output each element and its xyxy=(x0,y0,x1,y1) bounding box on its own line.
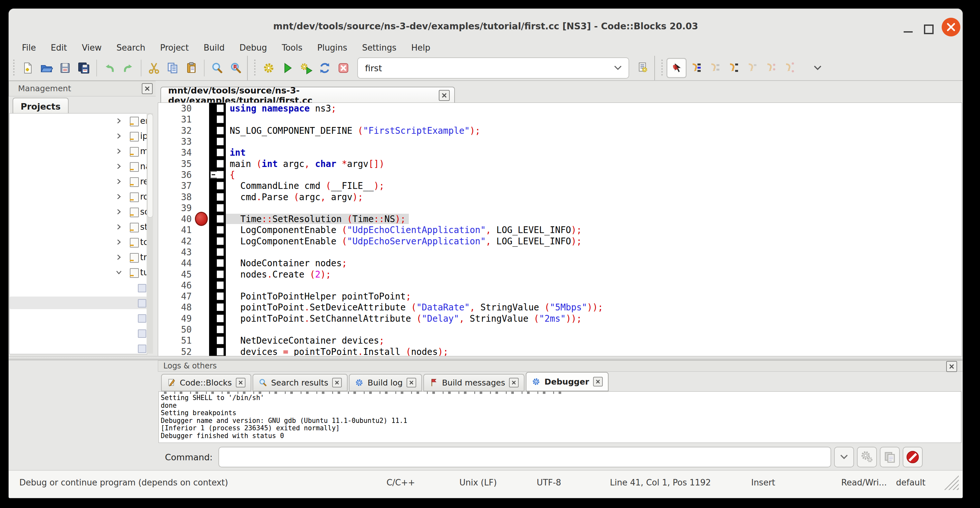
code-line-41[interactable]: 41 LogComponentEnable ("UdpEchoClientApp… xyxy=(158,225,962,235)
menu-plugins[interactable]: Plugins xyxy=(310,43,355,53)
command-input[interactable] xyxy=(218,447,831,467)
code-line-33[interactable]: 33 xyxy=(158,136,962,147)
minimize-button[interactable] xyxy=(901,22,915,36)
breakpoint-margin[interactable] xyxy=(194,225,209,235)
tree-expander-icon[interactable] xyxy=(115,238,123,246)
tab-projects[interactable]: Projects xyxy=(13,98,68,115)
run-to-cursor-button[interactable] xyxy=(687,59,705,77)
replace-button[interactable]: R xyxy=(226,59,245,77)
editor-tab-first-cc[interactable]: mnt/dev/tools/source/ns-3-dev/examples/t… xyxy=(161,87,455,103)
debugger-settings-button[interactable] xyxy=(857,447,877,467)
menu-search[interactable]: Search xyxy=(109,43,153,53)
titlebar[interactable]: mnt/dev/tools/source/ns-3-dev/examples/t… xyxy=(9,9,963,38)
toolbar-overflow-button[interactable] xyxy=(808,59,827,77)
code-line-42[interactable]: 42 LogComponentEnable ("UdpEchoServerApp… xyxy=(158,236,962,247)
breakpoint-margin[interactable] xyxy=(194,291,209,302)
code-line-30[interactable]: 30using namespace ns3; xyxy=(158,103,962,114)
code-line-44[interactable]: 44 NodeContainer nodes; xyxy=(158,258,962,269)
code-line-43[interactable]: 43 xyxy=(158,247,962,258)
tree-item-stat[interactable]: stat xyxy=(10,220,147,235)
tree-item-se[interactable]: se xyxy=(10,341,147,354)
step-into-button[interactable] xyxy=(724,59,743,77)
tree-expander-icon[interactable] xyxy=(115,117,123,125)
tree-expander-icon[interactable] xyxy=(115,177,123,186)
fold-box-icon[interactable] xyxy=(210,171,218,178)
editor-tab-close-button[interactable] xyxy=(439,90,450,101)
code-line-37[interactable]: 37 CommandLine cmd (__FILE__); xyxy=(158,180,962,191)
code-line-48[interactable]: 48 pointToPoint.SetDeviceAttribute ("Dat… xyxy=(158,302,962,313)
copy-log-button[interactable] xyxy=(880,447,900,467)
logs-tab-close-button[interactable] xyxy=(407,378,416,387)
code-line-38[interactable]: 38 cmd.Parse (argc, argv); xyxy=(158,191,962,202)
logs-tab-close-button[interactable] xyxy=(593,377,603,387)
toolbar-grip[interactable] xyxy=(254,60,257,76)
tree-item-rout[interactable]: rout xyxy=(10,189,147,204)
logs-splitter[interactable] xyxy=(9,356,963,360)
breakpoint-margin[interactable] xyxy=(194,213,209,225)
debugger-output[interactable]: Setting SHELL to '/bin/sh'doneSetting br… xyxy=(159,391,961,443)
tree-item-sock[interactable]: sock xyxy=(10,204,147,220)
maximize-button[interactable] xyxy=(921,22,935,36)
menu-file[interactable]: File xyxy=(14,43,43,53)
build-target-combobox[interactable]: first xyxy=(357,57,629,79)
tree-item-fif[interactable]: fif xyxy=(10,280,147,295)
code-line-52[interactable]: 52 devices = pointToPoint.Install (nodes… xyxy=(158,346,962,356)
menu-settings[interactable]: Settings xyxy=(355,43,404,53)
tree-item-fo[interactable]: fo xyxy=(10,311,147,326)
code-line-40[interactable]: 40 Time::SetResolution (Time::NS); xyxy=(158,213,962,225)
breakpoint-margin[interactable] xyxy=(194,147,209,158)
menu-edit[interactable]: Edit xyxy=(43,43,75,53)
open-file-button[interactable] xyxy=(37,59,56,77)
cut-button[interactable] xyxy=(145,59,163,77)
next-line-button[interactable] xyxy=(705,59,724,77)
breakpoint-icon[interactable] xyxy=(195,212,208,226)
logs-close-button[interactable] xyxy=(946,361,957,372)
tree-item-reall[interactable]: reall xyxy=(10,174,147,189)
code-line-49[interactable]: 49 pointToPoint.SetChannelAttribute ("De… xyxy=(158,313,962,324)
run-button[interactable] xyxy=(278,59,297,77)
breakpoint-margin[interactable] xyxy=(194,247,209,258)
logs-tab-close-button[interactable] xyxy=(236,378,245,387)
tree-item-nam[interactable]: nam xyxy=(10,159,147,174)
logs-tab-close-button[interactable] xyxy=(509,378,519,387)
new-file-button[interactable] xyxy=(18,59,37,77)
logs-tab-build-messages[interactable]: Build messages xyxy=(423,374,525,391)
debug-continue-button[interactable] xyxy=(667,58,687,78)
toolbar-grip[interactable] xyxy=(13,60,16,76)
breakpoint-margin[interactable] xyxy=(194,103,209,114)
paste-button[interactable] xyxy=(182,59,201,77)
code-line-35[interactable]: 35main (int argc, char *argv[]) xyxy=(158,158,962,169)
abort-button[interactable] xyxy=(334,59,353,77)
stop-debugger-button[interactable] xyxy=(903,447,923,467)
breakpoint-margin[interactable] xyxy=(194,191,209,202)
tree-item-fir[interactable]: fir xyxy=(10,295,147,311)
logs-tab-debugger[interactable]: Debugger xyxy=(526,372,608,391)
tree-item-ipv6[interactable]: ipv6 xyxy=(10,129,147,144)
breakpoint-margin[interactable] xyxy=(194,335,209,346)
panel-splitter[interactable] xyxy=(156,81,158,356)
save-button[interactable] xyxy=(56,59,75,77)
compile-button[interactable] xyxy=(259,59,278,77)
redo-button[interactable] xyxy=(119,59,138,77)
management-close-button[interactable] xyxy=(142,83,153,94)
tree-item-erro[interactable]: erro xyxy=(10,113,147,129)
resize-grip[interactable] xyxy=(944,475,959,490)
menu-build[interactable]: Build xyxy=(196,43,232,53)
tree-item-mat[interactable]: mat xyxy=(10,144,147,159)
code-line-47[interactable]: 47 PointToPointHelper pointToPoint; xyxy=(158,291,962,302)
logs-tab-code-blocks[interactable]: Code::Blocks xyxy=(161,374,251,391)
step-out-button[interactable] xyxy=(743,59,761,77)
logs-tab-close-button[interactable] xyxy=(332,378,342,387)
tree-item-tcp[interactable]: tcp xyxy=(10,235,147,250)
tree-scrollbar-thumb[interactable] xyxy=(147,114,153,218)
breakpoint-margin[interactable] xyxy=(194,346,209,356)
tree-expander-icon[interactable] xyxy=(115,253,123,261)
code-line-34[interactable]: 34int xyxy=(158,147,962,158)
breakpoint-margin[interactable] xyxy=(194,302,209,313)
build-and-run-button[interactable] xyxy=(297,59,315,77)
code-line-45[interactable]: 45 nodes.Create (2); xyxy=(158,269,962,279)
code-line-51[interactable]: 51 NetDeviceContainer devices; xyxy=(158,335,962,346)
tree-item-he[interactable]: he xyxy=(10,326,147,341)
undo-button[interactable] xyxy=(100,59,119,77)
breakpoint-margin[interactable] xyxy=(194,258,209,269)
